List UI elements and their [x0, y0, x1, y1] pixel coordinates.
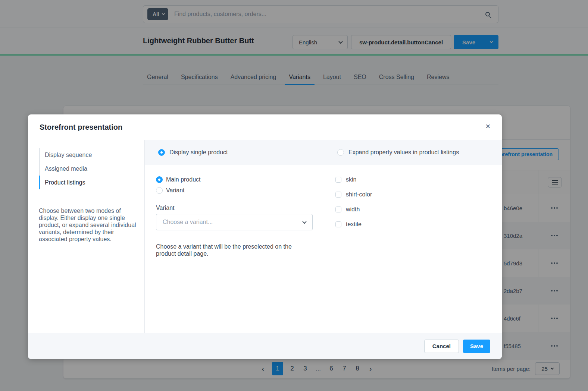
expand-property-values-label: Expand property values in product listin…	[348, 149, 459, 156]
modal-title: Storefront presentation	[40, 123, 122, 132]
variant-helper-text: Choose a variant that will be the presel…	[156, 243, 306, 257]
storefront-presentation-modal: Storefront presentation ✕ Display sequen…	[28, 114, 502, 359]
skin-checkbox[interactable]	[335, 177, 341, 183]
modal-header: Storefront presentation ✕	[28, 114, 502, 140]
property-checkbox-list: skin shirt-color width textile	[324, 165, 502, 228]
sidebar-item-product-listings[interactable]: Product listings	[39, 176, 144, 189]
property-row-textile: textile	[335, 221, 502, 228]
close-icon[interactable]: ✕	[485, 123, 491, 130]
main-product-radio[interactable]	[156, 176, 163, 183]
property-row-width: width	[335, 206, 502, 213]
textile-label: textile	[346, 221, 362, 228]
modal-sidebar: Display sequence Assigned media Product …	[28, 140, 145, 333]
modal-body: Display sequence Assigned media Product …	[28, 140, 502, 333]
main-product-label: Main product	[166, 176, 201, 183]
variant-select[interactable]: Choose a variant...	[156, 214, 313, 230]
variant-field-label: Variant	[156, 205, 324, 211]
variant-select-placeholder: Choose a variant...	[163, 219, 213, 226]
display-single-product-label: Display single product	[169, 149, 228, 156]
skin-label: skin	[346, 176, 356, 183]
sidebar-item-assigned-media[interactable]: Assigned media	[39, 162, 144, 176]
expand-properties-column: Expand property values in product listin…	[324, 140, 502, 333]
variant-label: Variant	[166, 187, 185, 194]
product-detail-page: All Lightweight Rubber Butter Butt Engli…	[0, 0, 588, 391]
property-row-shirt-color: shirt-color	[335, 191, 502, 198]
width-checkbox[interactable]	[335, 206, 341, 212]
shirt-color-label: shirt-color	[346, 191, 372, 198]
expand-mode-header: Expand property values in product listin…	[324, 140, 502, 165]
single-product-column: Display single product Main product Vari…	[145, 140, 324, 333]
expand-property-values-radio[interactable]	[337, 149, 344, 156]
save-button[interactable]: Save	[463, 340, 490, 353]
shirt-color-checkbox[interactable]	[335, 192, 341, 198]
variant-option: Variant	[156, 187, 324, 194]
sidebar-item-display-sequence[interactable]: Display sequence	[39, 148, 144, 162]
chevron-down-icon	[302, 220, 306, 224]
single-product-options: Main product Variant Variant Choose a va…	[145, 165, 324, 257]
width-label: width	[346, 206, 360, 213]
modal-sidebar-nav: Display sequence Assigned media Product …	[39, 148, 144, 189]
variant-radio[interactable]	[156, 187, 163, 194]
modal-sidebar-description: Choose between two modes of display. Eit…	[39, 207, 139, 243]
property-row-skin: skin	[335, 176, 502, 183]
cancel-button[interactable]: Cancel	[424, 340, 459, 353]
main-product-option: Main product	[156, 176, 324, 183]
display-single-product-radio[interactable]	[158, 149, 165, 156]
modal-footer: Cancel Save	[28, 333, 502, 359]
single-product-mode-header: Display single product	[145, 140, 324, 165]
textile-checkbox[interactable]	[335, 221, 341, 227]
